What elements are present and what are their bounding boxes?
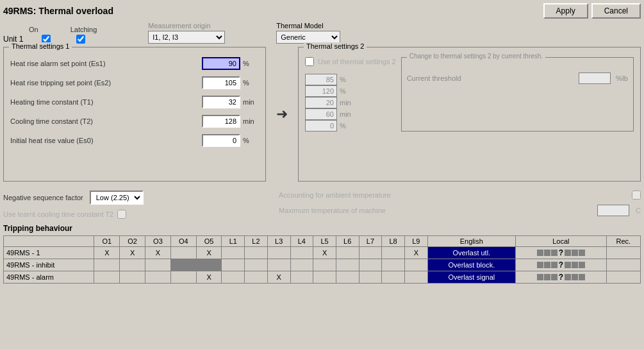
max-temp-unit: C [636,207,641,214]
bar-seg [579,262,585,268]
ambient-label: Accounting for ambient temperature [279,191,625,199]
cell-1-11 [359,259,382,271]
threshold-row: Current threshold 200 %Ib [407,72,628,84]
col-header-10: L6 [336,236,359,247]
col-header-1: O2 [120,236,145,247]
thermal2-left: Use of thermal settings 2 % % min min % [305,57,396,132]
max-temp-row: Maximum temperature of machine 120 C [279,205,641,216]
col-header-4: O5 [196,236,222,247]
local-cell-0: ? [516,247,607,259]
bar-seg [551,250,557,256]
thermal2-val-row-3: min [305,108,396,120]
cell-1-10 [336,259,359,271]
table-row-1: 49RMS - inhibitOverlast block. ? [4,259,641,271]
bar-seg [537,250,543,256]
t2-input-2[interactable] [305,97,337,108]
ambient-row: Accounting for ambient temperature [279,191,641,200]
rec-cell-2 [606,271,640,284]
t2-input-0[interactable] [305,74,337,85]
cell-2-7: X [267,271,290,284]
use-thermal-2-checkbox[interactable] [305,57,314,66]
field-unit-4: % [243,137,259,144]
question-mark-2: ? [559,273,563,282]
field-input-3[interactable] [202,115,240,128]
col-header-5: L1 [222,236,245,247]
current-threshold-unit: %Ib [616,74,628,82]
t2-input-1[interactable] [305,85,337,97]
local-bar-left-0 [537,250,557,256]
cancel-button[interactable]: Cancel [591,3,641,19]
field-unit-1: % [243,79,259,87]
thermal1-fields: Heat rise alarm set point (Es1) % Heat r… [10,57,259,147]
thermal2-values: % % min min % [305,74,396,132]
field-input-2[interactable] [202,96,240,108]
cell-2-3 [170,271,196,284]
question-mark-0: ? [559,248,563,257]
local-content-0: ? [518,248,604,257]
cell-2-10 [336,271,359,284]
unit1-latching-checkbox[interactable] [76,35,85,44]
cell-1-1 [120,259,145,271]
cell-2-4: X [196,271,222,284]
threshold-section-label: Change to thermal settings 2 by current … [407,53,545,60]
thermal-settings-1-box: Thermal settings 1 Heat rise alarm set p… [3,47,266,182]
learn-checkbox[interactable] [117,210,126,219]
current-threshold-input[interactable]: 200 [579,72,611,84]
table-row-0: 49RMS - 1XXXXXXOverlast utl. ? [4,247,641,259]
cell-2-8 [290,271,313,284]
bar-seg [551,274,557,280]
bar-seg [551,262,557,268]
field-label-1: Heat rise tripping set point (Es2) [10,79,202,87]
bar-seg [565,250,571,256]
ambient-checkbox[interactable] [632,191,641,200]
cell-2-2 [145,271,171,284]
field-input-1[interactable] [202,76,240,89]
question-mark-1: ? [559,260,563,269]
cell-0-5 [222,247,245,259]
cell-0-8 [290,247,313,259]
thermal1-field-row-0: Heat rise alarm set point (Es1) % [10,57,259,70]
field-input-4[interactable] [202,134,240,147]
apply-button[interactable]: Apply [543,3,588,19]
neg-seq-select[interactable]: Low (2.25) High (4.5) [90,191,144,205]
thermal2-content: Use of thermal settings 2 % % min min % … [305,57,634,132]
cell-1-13 [404,259,427,271]
neg-seq-row: Negative sequence factor Low (2.25) High… [3,191,266,205]
t2-input-3[interactable] [305,108,337,120]
bar-seg [565,274,571,280]
field-label-4: Initial heat rise value (Es0) [10,137,202,144]
english-cell-2: Overlast signal [427,271,515,284]
field-label-0: Heat rise alarm set point (Es1) [10,60,202,67]
field-input-0[interactable] [202,57,240,70]
col-header-6: L2 [245,236,268,247]
content-area: Thermal settings 1 Heat rise alarm set p… [3,47,641,182]
bar-seg [572,250,578,256]
measurement-origin-select[interactable]: I1, I2, I3 [148,31,225,44]
cell-2-1 [120,271,145,284]
cell-2-12 [382,271,405,284]
col-header-14: English [427,236,515,247]
extra-area: Negative sequence factor Low (2.25) High… [3,185,641,219]
thermal1-field-row-4: Initial heat rise value (Es0) % [10,134,259,147]
english-cell-1: Overlast block. [427,259,515,271]
local-content-1: ? [518,260,604,269]
max-temp-label: Maximum temperature of machine [279,207,591,214]
col-header-15: Local [516,236,607,247]
cell-0-1: X [120,247,145,259]
t2-input-4[interactable] [305,120,337,132]
col-header-7: L3 [267,236,290,247]
bar-seg [537,262,543,268]
cell-0-10 [336,247,359,259]
local-cell-1: ? [516,259,607,271]
field-label-3: Cooling time constant (T2) [10,117,202,125]
rec-cell-0 [606,247,640,259]
local-bar-right-2 [565,274,585,280]
cell-0-3 [170,247,196,259]
cell-0-11 [359,247,382,259]
thermal-model-label: Thermal Model [276,22,340,30]
thermal-model-select[interactable]: Generic [276,31,340,44]
thermal1-field-row-1: Heat rise tripping set point (Es2) % [10,76,259,89]
tripping-section: Tripping behaviour O1O2O3O4O5L1L2L3L4L5L… [3,224,641,284]
local-content-2: ? [518,273,604,282]
max-temp-input[interactable]: 120 [597,205,629,216]
